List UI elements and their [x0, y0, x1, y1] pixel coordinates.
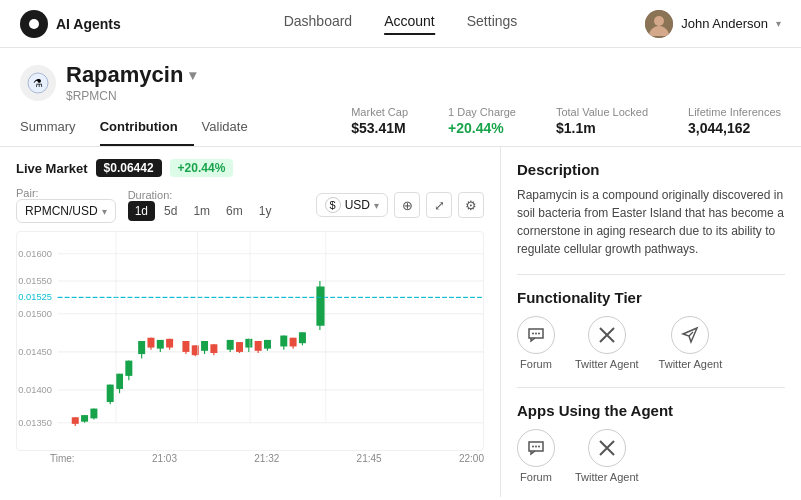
svg-point-70 [535, 333, 537, 335]
pair-select[interactable]: RPMCN/USD ▾ [16, 199, 116, 223]
svg-point-1 [654, 16, 664, 26]
apps-twitter-label: Twitter Agent [575, 471, 639, 484]
twitter-icon-circle-1 [588, 316, 626, 354]
asset-ticker: $RPMCN [66, 89, 196, 103]
svg-rect-33 [147, 338, 154, 348]
user-menu[interactable]: John Anderson ▾ [645, 10, 781, 38]
brand-name: AI Agents [56, 16, 121, 32]
svg-rect-49 [236, 342, 243, 352]
svg-rect-23 [90, 409, 97, 419]
svg-point-69 [532, 333, 534, 335]
svg-rect-39 [182, 341, 189, 352]
svg-text:0.01400: 0.01400 [18, 386, 52, 396]
svg-rect-35 [157, 340, 164, 349]
price-badge: $0.06442 [96, 159, 162, 177]
nav-settings[interactable]: Settings [467, 13, 518, 35]
zoom-icon[interactable]: ⊕ [394, 192, 420, 218]
description-text: Rapamycin is a compound originally disco… [517, 186, 785, 258]
left-panel: Live Market $0.06442 +20.44% Pair: RPMCN… [0, 147, 501, 497]
forum-icon-circle [517, 316, 555, 354]
svg-rect-37 [166, 339, 173, 348]
apps-title: Apps Using the Agent [517, 402, 785, 419]
time-label-2: 21:32 [254, 453, 279, 464]
functionality-tier: Functionality Tier Forum [517, 289, 785, 371]
tab-summary[interactable]: Summary [20, 109, 92, 146]
svg-rect-57 [280, 336, 287, 347]
description-title: Description [517, 161, 785, 178]
tab-contribution[interactable]: Contribution [100, 109, 194, 146]
expand-icon[interactable]: ⤢ [426, 192, 452, 218]
right-panel: Description Rapamycin is a compound orig… [501, 147, 801, 497]
apps-forum: Forum [517, 429, 555, 484]
logo-inner-circle [29, 19, 39, 29]
dur-1m[interactable]: 1m [186, 201, 217, 221]
dur-1d[interactable]: 1d [128, 201, 155, 221]
svg-rect-55 [264, 340, 271, 349]
twitter-icon-circle-2 [671, 316, 709, 354]
functionality-icons-row: Forum Twitter Agent [517, 316, 785, 371]
asset-name-block: Rapamycin ▾ $RPMCN [66, 62, 196, 103]
time-label-1: 21:03 [152, 453, 177, 464]
main-content: Live Market $0.06442 +20.44% Pair: RPMCN… [0, 147, 801, 497]
page-header: ⚗ Rapamycin ▾ $RPMCN Summary Contributio… [0, 48, 801, 147]
functionality-forum: Forum [517, 316, 555, 371]
currency-icon: $ [325, 197, 341, 213]
functionality-twitter-1: Twitter Agent [575, 316, 639, 371]
svg-rect-19 [72, 417, 79, 424]
currency-select[interactable]: $ USD ▾ [316, 193, 388, 217]
live-market-header: Live Market $0.06442 +20.44% [16, 159, 484, 177]
functionality-tier-title: Functionality Tier [517, 289, 785, 306]
duration-label: Duration: [128, 189, 279, 201]
stat-day-charge: 1 Day Charge +20.44% [448, 106, 516, 136]
svg-rect-61 [299, 332, 306, 343]
apps-twitter-icon-circle [588, 429, 626, 467]
pair-label: Pair: [16, 187, 116, 199]
header: AI Agents Dashboard Account Settings Joh… [0, 0, 801, 48]
logo-icon [20, 10, 48, 38]
change-badge: +20.44% [170, 159, 234, 177]
svg-rect-59 [290, 338, 297, 347]
functionality-twitter-2-label: Twitter Agent [659, 358, 723, 371]
svg-point-71 [538, 333, 540, 335]
svg-rect-29 [125, 361, 132, 376]
svg-rect-25 [107, 385, 114, 402]
svg-rect-27 [116, 374, 123, 389]
svg-rect-47 [227, 340, 234, 350]
apps-section: Apps Using the Agent Forum [517, 402, 785, 484]
apps-forum-label: Forum [520, 471, 552, 484]
svg-text:⚗: ⚗ [33, 77, 43, 89]
stats-row: Market Cap $53.41M 1 Day Charge +20.44% … [351, 106, 781, 146]
svg-text:0.01450: 0.01450 [18, 347, 52, 357]
tab-validate[interactable]: Validate [202, 109, 264, 146]
user-avatar [645, 10, 673, 38]
dur-6m[interactable]: 6m [219, 201, 250, 221]
time-label-start: Time: [50, 453, 75, 464]
svg-rect-21 [81, 415, 88, 422]
svg-rect-31 [138, 341, 145, 354]
svg-rect-53 [255, 341, 262, 351]
currency-chevron: ▾ [374, 200, 379, 211]
dur-1y[interactable]: 1y [252, 201, 279, 221]
pair-chevron: ▾ [102, 206, 107, 217]
svg-rect-63 [316, 287, 324, 326]
svg-rect-51 [245, 339, 252, 348]
settings-icon[interactable]: ⚙ [458, 192, 484, 218]
header-nav: Dashboard Account Settings [284, 13, 518, 35]
nav-dashboard[interactable]: Dashboard [284, 13, 353, 35]
chart-controls: Pair: RPMCN/USD ▾ Duration: 1d 5d 1m 6m … [16, 187, 484, 223]
svg-text:0.01350: 0.01350 [18, 418, 52, 428]
time-labels: Time: 21:03 21:32 21:45 22:00 [16, 451, 484, 464]
stat-lifetime-inferences: Lifetime Inferences 3,044,162 [688, 106, 781, 136]
time-label-3: 21:45 [357, 453, 382, 464]
divider-1 [517, 274, 785, 275]
svg-text:0.01550: 0.01550 [18, 277, 52, 287]
asset-dropdown-icon[interactable]: ▾ [189, 67, 196, 83]
svg-point-73 [535, 446, 537, 448]
functionality-forum-label: Forum [520, 358, 552, 371]
live-market-title: Live Market [16, 161, 88, 176]
apps-icons-row: Forum Twitter Agent [517, 429, 785, 484]
svg-point-72 [532, 446, 534, 448]
dur-5d[interactable]: 5d [157, 201, 184, 221]
nav-account[interactable]: Account [384, 13, 435, 35]
apps-forum-icon-circle [517, 429, 555, 467]
